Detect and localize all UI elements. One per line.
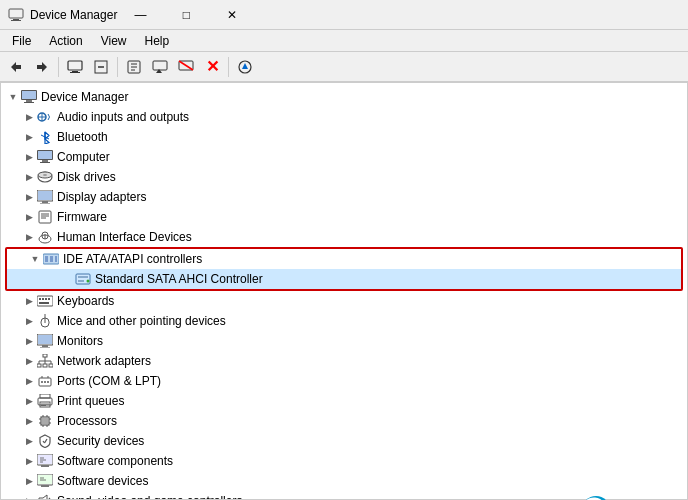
svg-rect-84 <box>40 394 50 398</box>
tree-item-processors[interactable]: ▶ Processors <box>1 411 687 431</box>
tree-item-audio[interactable]: ▶ Audio inputs and outputs <box>1 107 687 127</box>
minimize-button[interactable]: — <box>117 0 163 30</box>
back-button[interactable] <box>4 55 28 79</box>
svg-rect-7 <box>70 72 80 73</box>
update-driver-button[interactable] <box>148 55 172 79</box>
disable-button[interactable] <box>174 55 198 79</box>
svg-rect-50 <box>55 256 57 262</box>
tree-item-computer[interactable]: ▶ Computer <box>1 147 687 167</box>
disk-expand-icon: ▶ <box>21 169 37 185</box>
ide-expand-icon: ▼ <box>27 251 43 267</box>
svg-rect-37 <box>38 191 52 200</box>
monitors-label: Monitors <box>57 334 103 348</box>
softdev-label: Software devices <box>57 474 148 488</box>
svg-rect-48 <box>45 256 48 262</box>
maximize-button[interactable]: □ <box>163 0 209 30</box>
svg-rect-0 <box>9 9 23 18</box>
hid-icon <box>37 229 53 245</box>
svg-line-17 <box>179 61 193 70</box>
toolbar-sep-2 <box>117 57 118 77</box>
properties-button[interactable] <box>122 55 146 79</box>
tree-item-softdev[interactable]: ▶ Software devices <box>1 471 687 491</box>
processors-icon <box>37 413 53 429</box>
svg-rect-60 <box>39 302 49 304</box>
tree-item-network[interactable]: ▶ Network adapters <box>1 351 687 371</box>
ports-expand-icon: ▶ <box>21 373 37 389</box>
close-button[interactable]: ✕ <box>209 0 255 30</box>
svg-rect-22 <box>26 100 32 102</box>
toolbar-sep-1 <box>58 57 59 77</box>
svg-marker-3 <box>11 62 21 72</box>
firmware-label: Firmware <box>57 210 107 224</box>
firmware-expand-icon: ▶ <box>21 209 37 225</box>
root-label: Device Manager <box>41 90 128 104</box>
processors-label: Processors <box>57 414 117 428</box>
svg-line-99 <box>45 439 48 443</box>
svg-rect-52 <box>78 276 88 278</box>
watermark: MAG <box>580 494 672 500</box>
tree-item-hid[interactable]: ▶ Human Interface Devices <box>1 227 687 247</box>
uninstall-button[interactable]: ✕ <box>200 55 224 79</box>
network-icon <box>37 353 53 369</box>
menu-file[interactable]: File <box>4 32 39 50</box>
svg-marker-19 <box>242 63 248 69</box>
svg-rect-58 <box>45 298 47 300</box>
tree-item-security[interactable]: ▶ Security devices <box>1 431 687 451</box>
display-icon <box>37 189 53 205</box>
collapse-button[interactable] <box>89 55 113 79</box>
display-expand-icon: ▶ <box>21 189 37 205</box>
root-expand-icon: ▼ <box>5 89 21 105</box>
toolbar-sep-3 <box>228 57 229 77</box>
softcomp-expand-icon: ▶ <box>21 453 37 469</box>
computer-device-icon <box>37 149 53 165</box>
tree-item-print[interactable]: ▶ Print queues <box>1 391 687 411</box>
print-icon <box>37 393 53 409</box>
tree-item-mice[interactable]: ▶ Mice and other pointing devices <box>1 311 687 331</box>
tree-item-display[interactable]: ▶ Display adapters <box>1 187 687 207</box>
tree-item-monitors[interactable]: ▶ Monitors <box>1 331 687 351</box>
ide-icon <box>43 251 59 267</box>
menu-action[interactable]: Action <box>41 32 90 50</box>
tree-item-sata[interactable]: ▶ Standard SATA AHCI Controller <box>7 269 681 289</box>
mice-icon <box>37 313 53 329</box>
svg-rect-2 <box>11 20 21 21</box>
svg-rect-53 <box>78 280 84 282</box>
tree-item-disk[interactable]: ▶ Disk drives <box>1 167 687 187</box>
tree-item-softcomp[interactable]: ▶ Software components <box>1 451 687 471</box>
tree-root-item[interactable]: ▼ Device Manager <box>1 87 687 107</box>
svg-rect-69 <box>37 364 41 367</box>
tree-item-bluetooth[interactable]: ▶ Bluetooth <box>1 127 687 147</box>
svg-rect-55 <box>37 296 53 306</box>
network-expand-icon: ▶ <box>21 353 37 369</box>
svg-rect-56 <box>39 298 41 300</box>
svg-rect-110 <box>41 485 49 487</box>
softcomp-icon <box>37 453 53 469</box>
audio-icon <box>37 109 53 125</box>
window-controls: — □ ✕ <box>117 0 255 30</box>
svg-point-79 <box>44 381 46 383</box>
scan-button[interactable] <box>233 55 257 79</box>
menu-view[interactable]: View <box>93 32 135 50</box>
security-expand-icon: ▶ <box>21 433 37 449</box>
forward-button[interactable] <box>30 55 54 79</box>
print-label: Print queues <box>57 394 124 408</box>
tree-item-ide[interactable]: ▼ IDE ATA/ATAPI controllers <box>7 249 681 269</box>
computer-view-button[interactable] <box>63 55 87 79</box>
svg-rect-32 <box>40 162 50 163</box>
computer-label: Computer <box>57 150 110 164</box>
device-tree: ▼ Device Manager ▶ <box>1 83 687 500</box>
svg-rect-65 <box>38 335 52 344</box>
device-tree-panel[interactable]: ▼ Device Manager ▶ <box>0 82 688 500</box>
tree-item-firmware[interactable]: ▶ Firmware <box>1 207 687 227</box>
bluetooth-expand-icon: ▶ <box>21 129 37 145</box>
svg-rect-89 <box>42 418 48 424</box>
svg-rect-21 <box>22 91 36 99</box>
menu-help[interactable]: Help <box>137 32 178 50</box>
softdev-expand-icon: ▶ <box>21 473 37 489</box>
bluetooth-icon <box>37 129 53 145</box>
tree-item-ports[interactable]: ▶ Ports (COM & LPT) <box>1 371 687 391</box>
cmag-icon <box>580 494 612 500</box>
app-icon <box>8 7 24 23</box>
tree-item-keyboards[interactable]: ▶ Keyboards <box>1 291 687 311</box>
svg-rect-30 <box>38 151 52 159</box>
